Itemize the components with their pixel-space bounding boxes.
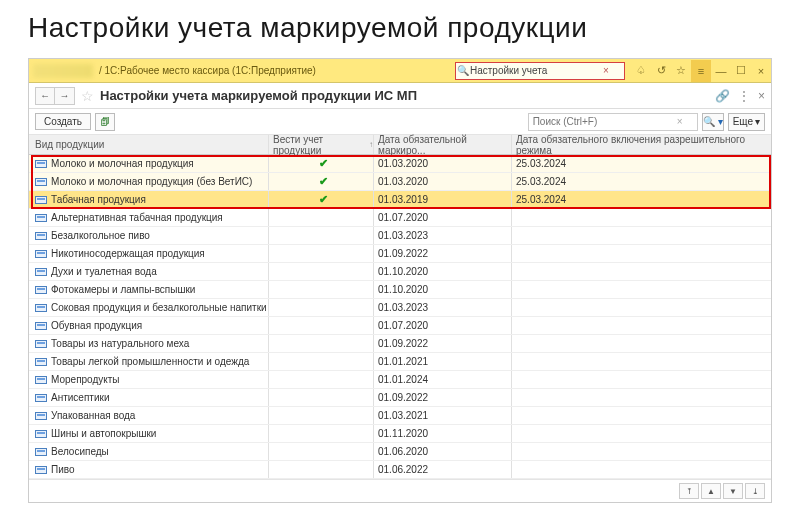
cell-date1: 01.03.2020 — [374, 173, 512, 190]
table-row[interactable]: Морепродукты01.01.2024 — [29, 371, 771, 389]
link-icon[interactable]: 🔗 — [715, 89, 730, 103]
table-row[interactable]: Товары легкой промышленности и одежда01.… — [29, 353, 771, 371]
cell-product: Фотокамеры и лампы-вспышки — [29, 281, 269, 298]
cell-track — [269, 389, 374, 406]
cell-date1: 01.07.2020 — [374, 209, 512, 226]
table-row[interactable]: Безалкогольное пиво01.03.2023 — [29, 227, 771, 245]
cell-track: ✔ — [269, 191, 374, 208]
kebab-icon[interactable]: ⋮ — [738, 89, 750, 103]
page-first-button[interactable]: ⤒ — [679, 483, 699, 499]
panel-title: Настройки учета маркируемой продукции ИС… — [100, 88, 417, 103]
global-search-input[interactable] — [470, 65, 600, 76]
search-button[interactable]: 🔍 ▾ — [702, 113, 724, 131]
global-search[interactable]: 🔍 × — [455, 62, 625, 80]
row-icon — [35, 358, 47, 366]
column-track[interactable]: Вести учет продукции↑ — [269, 135, 374, 154]
cell-track — [269, 299, 374, 316]
cell-date1: 01.03.2021 — [374, 407, 512, 424]
cell-product-label: Духи и туалетная вода — [51, 266, 157, 277]
table-row[interactable]: Никотиносодержащая продукция01.09.2022 — [29, 245, 771, 263]
cell-product: Упакованная вода — [29, 407, 269, 424]
panel-header: ← → ☆ Настройки учета маркируемой продук… — [29, 83, 771, 109]
window-path: / 1С:Рабочее место кассира (1С:Предприят… — [99, 65, 316, 76]
favorite-icon[interactable]: ☆ — [671, 60, 691, 82]
table-row[interactable]: Молоко и молочная продукция (без ВетИС)✔… — [29, 173, 771, 191]
column-mandatory-date[interactable]: Дата обязательной маркиро... — [374, 135, 512, 154]
column-product-type[interactable]: Вид продукции — [29, 135, 269, 154]
maximize-icon[interactable]: ☐ — [731, 60, 751, 82]
table-row[interactable]: Соковая продукция и безалкогольные напит… — [29, 299, 771, 317]
cell-date1: 01.03.2023 — [374, 227, 512, 244]
cell-product: Альтернативная табачная продукция — [29, 209, 269, 226]
minimize-icon[interactable]: — — [711, 60, 731, 82]
bookmark-icon[interactable]: ☆ — [81, 88, 94, 104]
cell-date2 — [512, 317, 771, 334]
cell-product-label: Соковая продукция и безалкогольные напит… — [51, 302, 267, 313]
panel-close-icon[interactable]: × — [758, 89, 765, 103]
cell-track — [269, 425, 374, 442]
cell-product-label: Табачная продукция — [51, 194, 146, 205]
search-clear-icon[interactable]: × — [600, 65, 612, 76]
cell-date2 — [512, 281, 771, 298]
page-last-button[interactable]: ⤓ — [745, 483, 765, 499]
cell-date1: 01.06.2022 — [374, 461, 512, 478]
blurred-logo — [33, 64, 93, 78]
history-icon[interactable]: ↺ — [651, 60, 671, 82]
check-icon: ✔ — [319, 157, 328, 170]
table-row[interactable]: Табачная продукция✔01.03.201925.03.2024 — [29, 191, 771, 209]
cell-product-label: Молоко и молочная продукция (без ВетИС) — [51, 176, 252, 187]
page-up-button[interactable]: ▲ — [701, 483, 721, 499]
cell-product: Товары из натурального меха — [29, 335, 269, 352]
cell-date2 — [512, 425, 771, 442]
column-permission-date[interactable]: Дата обязательного включения разрешитель… — [512, 135, 771, 154]
cell-product-label: Безалкогольное пиво — [51, 230, 150, 241]
cell-date2 — [512, 353, 771, 370]
table-row[interactable]: Молоко и молочная продукция✔01.03.202025… — [29, 155, 771, 173]
menu-toggle-icon[interactable]: ≡ — [691, 60, 711, 82]
table-row[interactable]: Товары из натурального меха01.09.2022 — [29, 335, 771, 353]
create-button[interactable]: Создать — [35, 113, 91, 130]
row-icon — [35, 214, 47, 222]
cell-track — [269, 281, 374, 298]
cell-date2: 25.03.2024 — [512, 155, 771, 172]
cell-product-label: Морепродукты — [51, 374, 120, 385]
cell-product-label: Обувная продукция — [51, 320, 142, 331]
table-row[interactable]: Упакованная вода01.03.2021 — [29, 407, 771, 425]
table-row[interactable]: Духи и туалетная вода01.10.2020 — [29, 263, 771, 281]
list-search[interactable]: × — [528, 113, 698, 131]
cell-product-label: Шины и автопокрышки — [51, 428, 156, 439]
cell-track — [269, 407, 374, 424]
cell-product: Безалкогольное пиво — [29, 227, 269, 244]
cell-product: Молоко и молочная продукция (без ВетИС) — [29, 173, 269, 190]
bell-icon[interactable]: ♤ — [631, 60, 651, 82]
list-search-input[interactable] — [529, 116, 674, 127]
check-icon: ✔ — [319, 193, 328, 206]
table-row[interactable]: Антисептики01.09.2022 — [29, 389, 771, 407]
table-row[interactable]: Фотокамеры и лампы-вспышки01.10.2020 — [29, 281, 771, 299]
nav-back-button[interactable]: ← — [35, 87, 55, 105]
table-row[interactable]: Пиво01.06.2022 — [29, 461, 771, 479]
cell-date2: 25.03.2024 — [512, 173, 771, 190]
row-icon — [35, 250, 47, 258]
more-button[interactable]: Еще▾ — [728, 113, 765, 131]
check-icon: ✔ — [319, 175, 328, 188]
cell-date1: 01.10.2020 — [374, 281, 512, 298]
page-down-button[interactable]: ▼ — [723, 483, 743, 499]
copy-button[interactable]: 🗐 — [95, 113, 115, 131]
row-icon — [35, 412, 47, 420]
close-icon[interactable]: × — [751, 60, 771, 82]
cell-track — [269, 209, 374, 226]
cell-date2: 25.03.2024 — [512, 191, 771, 208]
cell-date1: 01.09.2022 — [374, 335, 512, 352]
table-row[interactable]: Альтернативная табачная продукция01.07.2… — [29, 209, 771, 227]
cell-product: Пиво — [29, 461, 269, 478]
table-row[interactable]: Шины и автопокрышки01.11.2020 — [29, 425, 771, 443]
list-search-clear-icon[interactable]: × — [674, 116, 686, 127]
nav-forward-button[interactable]: → — [55, 87, 75, 105]
cell-date1: 01.03.2023 — [374, 299, 512, 316]
table-row[interactable]: Обувная продукция01.07.2020 — [29, 317, 771, 335]
cell-product-label: Альтернативная табачная продукция — [51, 212, 223, 223]
table-row[interactable]: Велосипеды01.06.2020 — [29, 443, 771, 461]
cell-product: Морепродукты — [29, 371, 269, 388]
row-icon — [35, 160, 47, 168]
